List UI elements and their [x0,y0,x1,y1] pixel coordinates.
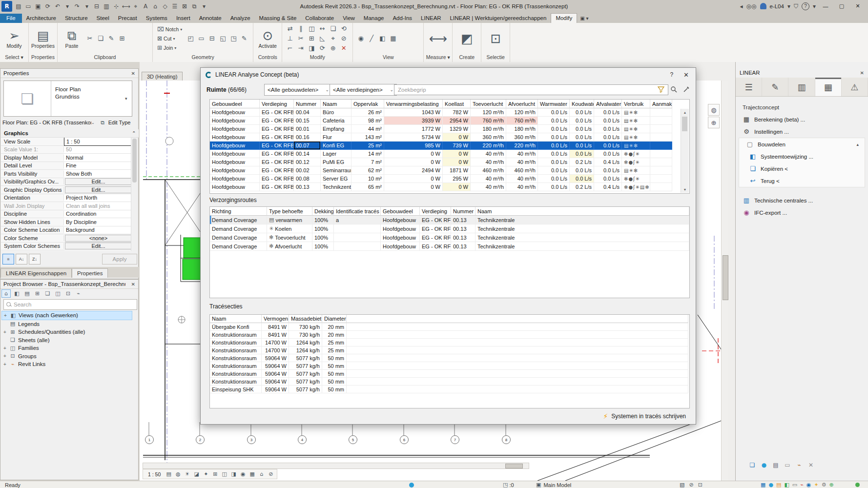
communication-icon[interactable] [409,483,414,488]
room-cell[interactable]: Server EG [321,175,351,183]
column-header[interactable]: Warmwater [538,100,570,108]
measure-button[interactable]: ⟷ [427,24,449,53]
room-cell[interactable]: 760 m³/h [506,117,538,125]
column-header[interactable]: Verdieping [420,207,451,216]
dialog-close-button[interactable]: ✕ [683,71,691,79]
reveal-constraints-icon[interactable]: ⊘ [267,470,275,478]
room-cell[interactable] [650,150,672,158]
property-row[interactable]: Default Analysis Displ...None [1,250,133,251]
editable-elements-icon[interactable]: ◳ [503,482,508,488]
editable-only-icon[interactable]: ▧ [680,482,684,488]
terug-item[interactable]: ↩Terug < [739,175,865,187]
room-cell[interactable]: 180 m³/h [471,125,506,133]
trace-cell[interactable] [347,346,688,354]
property-value[interactable]: <none> [65,235,132,242]
save-icon[interactable]: ▣ [33,1,43,11]
route-cell[interactable]: 100% [312,224,334,233]
systeemtoewijzing-item[interactable]: ◧Systeemtoewijzing ... [739,150,865,163]
undo-caret-icon[interactable]: ▾ [62,1,72,11]
room-cell[interactable]: EG - OK RFB [260,183,294,191]
room-cell[interactable] [650,117,672,125]
room-cell[interactable]: 5734 W [384,133,443,142]
room-cell[interactable]: 0.0 L/s [538,133,570,142]
room-cell[interactable]: 25 m² [351,142,384,150]
mirror-draw-icon[interactable]: ◨ [307,43,316,53]
trace-cell[interactable]: 59064 W [262,386,289,393]
room-row[interactable]: HoofdgebouwEG - OK RFB00.01Empfang44 m²1… [210,125,689,133]
tab-annotate[interactable]: Annotate [195,14,226,23]
room-cell[interactable]: ✻●ʃ✳ [622,150,650,158]
room-cell[interactable] [650,183,672,191]
route-cell[interactable]: 100% [312,216,334,224]
ifc-export-item[interactable]: ◉IFC-export ... [736,206,868,219]
column-header[interactable]: Aanmaken [650,100,672,108]
open-icon[interactable]: ▭ [23,1,33,11]
room-cell[interactable]: 0 W [443,133,471,142]
trace-row[interactable]: Konstruktionsraum59064 W5077 kg/h50 mm [210,362,689,370]
room-cell[interactable]: 40 m³/h [506,183,538,191]
browser-item-families[interactable]: +◫Families [1,344,132,352]
room-cell[interactable]: 0 W [384,150,443,158]
room-cell[interactable]: 0.0 L/s [594,175,622,183]
room-cell[interactable]: 00.07 [294,142,321,150]
room-cell[interactable]: 0.0 L/s [538,158,570,166]
linear-status-8-icon[interactable]: ✦ [814,482,818,488]
room-cell[interactable] [650,166,672,175]
room-cell[interactable]: Hoofdgebouw [210,125,260,133]
reveal-hidden-icon[interactable]: ◉ [356,34,366,43]
column-header[interactable]: Afvalwater [594,100,622,108]
dialog-title-bar[interactable]: LINEAR Analyse Concept (beta) ? ✕ [201,68,696,81]
room-cell[interactable]: 0.2 L/s [570,158,594,166]
route-cell[interactable]: Technikzentrale [475,224,689,233]
crop-view-icon[interactable]: ⊞ [211,470,219,478]
trace-row[interactable]: Übergabe Konfi8491 W730 kg/h20 mm [210,323,689,331]
type-selector[interactable]: ❏ Floor Plan Grundriss ▾ [3,81,132,117]
properties-button[interactable]: ▤Properties [32,24,54,53]
room-cell[interactable]: 295 W [443,175,471,183]
app-store-icon[interactable]: ⛉ [794,3,798,10]
browser-item-views[interactable]: +◧Views (nach Gewerken) [1,311,132,320]
room-cell[interactable]: 220 m³/h [471,142,506,150]
tab-file[interactable]: File [0,14,22,23]
trace-cell[interactable] [347,370,688,378]
shadows-icon[interactable]: ◪ [192,470,201,478]
search-icon[interactable]: ◎◎ [746,3,757,10]
room-cell[interactable]: 0.0 L/s [570,125,594,133]
browser-home-icon[interactable]: ⌂ [1,289,11,298]
pin-icon[interactable]: ⌖ [328,34,338,43]
view-range-icon[interactable]: ▦ [388,34,398,43]
edit-type-button[interactable]: ⧉ Edit Type [99,119,131,126]
linear-status-9-icon[interactable]: ⚙ [822,482,827,488]
cut-profile-icon[interactable]: ◧ [377,34,387,43]
column-header[interactable]: Type behoefte [267,207,312,216]
signed-in-user[interactable]: e-L04 [770,3,784,9]
room-cell[interactable]: 460 m³/h [506,166,538,175]
column-header[interactable]: Oppervlak [351,100,384,108]
linear-status-3-icon[interactable]: ▤ [776,482,781,488]
apply-button[interactable]: Apply [102,254,137,264]
trace-cell[interactable]: Konstruktionsraum [210,378,262,386]
room-cell[interactable]: 00.15 [294,117,321,125]
trim-corner-icon[interactable]: ⌐ [285,43,295,53]
room-cell[interactable]: EG - OK RFB [260,150,294,158]
filter-icon[interactable] [657,85,665,94]
property-row[interactable]: Scale Value 1:50 [1,146,133,154]
column-header[interactable]: Verwarmingsbelasting [384,100,443,108]
room-cell[interactable]: 40 m³/h [506,158,538,166]
route-cell[interactable]: EG - OK RFB [420,233,451,242]
linear-delete-tool-icon[interactable]: ✕ [807,461,815,469]
linear-warnings-tab[interactable]: ⚠ [842,78,868,96]
technische-centrales-item[interactable]: ▥Technische centrales ... [736,194,868,206]
room-cell[interactable]: 460 m³/h [471,166,506,175]
route-cell[interactable] [334,242,381,251]
room-cell[interactable]: 360 m³/h [471,133,506,142]
room-cell[interactable]: 0.0 L/s [538,175,570,183]
room-cell[interactable]: ▤✳✻ [622,108,650,117]
column-header[interactable]: Richting [210,207,267,216]
room-cell[interactable]: 62 m² [351,166,384,175]
sort-menu-button[interactable]: ≡ [2,254,14,264]
property-value[interactable]: Show Both [64,170,133,178]
route-cell[interactable]: 00.13 [451,224,475,233]
modify-tool-button[interactable]: ➢Modify [3,24,25,53]
room-cell[interactable]: 0.0 L/s [538,142,570,150]
